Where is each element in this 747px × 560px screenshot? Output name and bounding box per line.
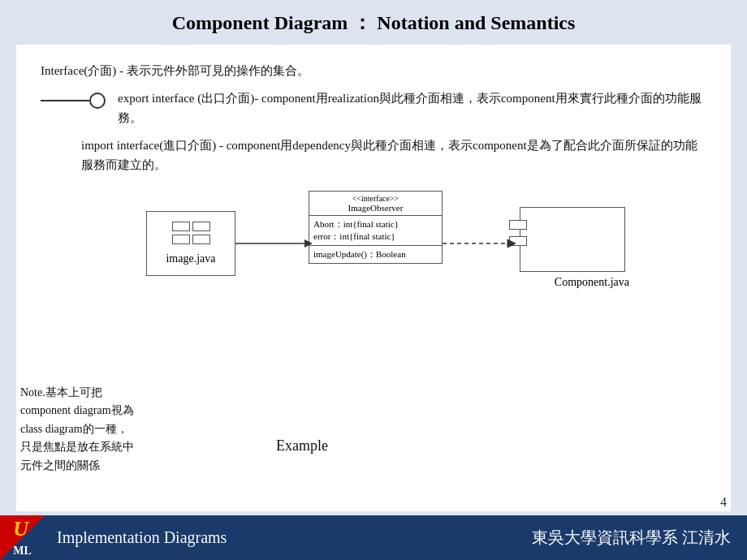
ibox-footer: imageUpdate()：Boolean — [309, 246, 442, 263]
footer: U ML Implementation Diagrams 東吳大學資訊科學系 江… — [0, 515, 747, 560]
page-number: 4 — [720, 495, 727, 510]
small-rects-bottom — [172, 235, 210, 244]
image-java-box: image.java — [146, 211, 235, 276]
note-text: Note.基本上可把 component diagram視為 class dia… — [20, 384, 134, 475]
small-rects-top — [172, 222, 210, 231]
comp-tab-bottom — [509, 236, 527, 246]
footer-logo: U ML — [0, 515, 45, 560]
note-line5: 元件之間的關係 — [20, 457, 134, 475]
header-title-bold: Notation and Semantics — [377, 12, 575, 33]
interface-name: ImageObserver — [313, 203, 438, 213]
slide: Component Diagram ： Notation and Semanti… — [0, 0, 747, 560]
note-line3: class diagram的一種， — [20, 420, 134, 438]
ibox-body: Abort：int{final static} error：int{final … — [309, 216, 442, 246]
small-rect-4 — [192, 235, 210, 244]
interface-class-box: <<interface>> ImageObserver Abort：int{fi… — [309, 191, 443, 264]
method: imageUpdate()：Boolean — [313, 248, 438, 261]
small-rect-1 — [172, 222, 190, 231]
comp-tab-top — [509, 220, 527, 230]
example-label: Example — [276, 437, 328, 454]
footer-right-text: 東吳大學資訊科學系 江清水 — [532, 527, 747, 549]
note-line1: Note.基本上可把 — [20, 384, 134, 402]
component-outer-box — [520, 207, 625, 272]
component-java-area: Component.java — [520, 207, 625, 272]
component-java-label: Component.java — [555, 276, 629, 289]
header-title-normal: Component Diagram ： — [172, 12, 378, 33]
header: Component Diagram ： Notation and Semanti… — [0, 0, 747, 45]
interface-stereotype: <<interface>> — [313, 194, 438, 203]
circle-icon — [89, 93, 106, 109]
line-circle-icon — [41, 93, 106, 109]
horiz-line — [41, 100, 89, 101]
export-interface-row: export interface (出口介面)- component用reali… — [41, 88, 706, 127]
header-title: Component Diagram ： Notation and Semanti… — [172, 10, 576, 36]
note-line4: 只是焦點是放在系統中 — [20, 438, 134, 456]
field2: error：int{final static} — [313, 230, 438, 243]
interface-line1: Interface(介面) - 表示元件外部可見的操作的集合。 — [41, 61, 706, 80]
small-rect-2 — [192, 222, 210, 231]
ibox-header: <<interface>> ImageObserver — [309, 192, 442, 216]
uml-diagram: image.java <<interface>> ImageObserver A… — [122, 187, 625, 329]
footer-logo-text: U ML — [13, 519, 32, 558]
export-text: export interface (出口介面)- component用reali… — [118, 88, 706, 127]
note-line2: component diagram視為 — [20, 402, 134, 420]
import-text: import interface(進口介面) - component用depen… — [81, 136, 706, 174]
footer-left-text: Implementation Diagrams — [45, 528, 532, 547]
image-java-label: image.java — [166, 252, 215, 265]
small-rect-3 — [172, 235, 190, 244]
field1: Abort：int{final static} — [313, 218, 438, 230]
